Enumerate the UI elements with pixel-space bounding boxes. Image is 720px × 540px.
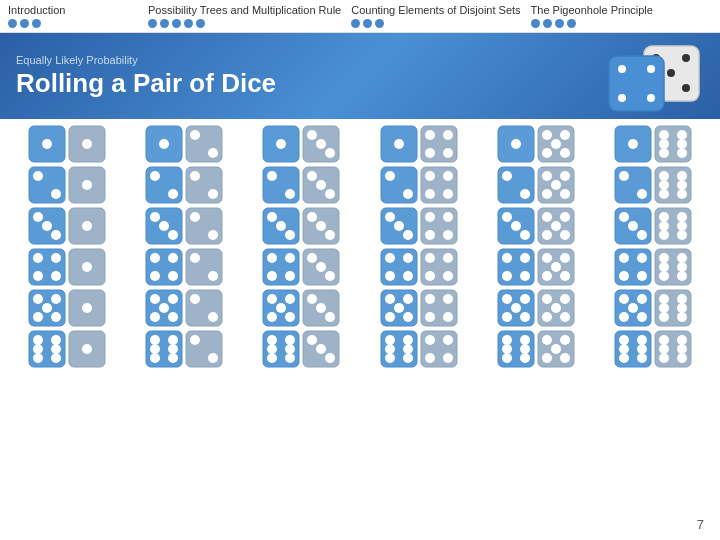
svg-point-102 [150,212,160,222]
svg-point-140 [659,212,669,222]
svg-point-10 [647,94,655,102]
svg-point-277 [168,335,178,345]
svg-point-305 [443,335,453,345]
svg-point-314 [520,353,530,363]
svg-point-246 [520,312,530,322]
svg-point-278 [150,344,160,354]
dice-cell-4-3 [244,248,358,286]
svg-point-310 [520,335,530,345]
svg-point-80 [542,171,552,181]
svg-point-67 [325,189,335,199]
svg-point-83 [542,189,552,199]
svg-rect-85 [615,167,651,203]
svg-point-183 [502,271,512,281]
header-text: Equally Likely Probability Rolling a Pai… [16,54,276,99]
dice-cell-2-5 [479,166,593,204]
dot-2 [20,19,29,28]
svg-point-205 [51,294,61,304]
svg-point-127 [511,221,521,231]
svg-point-57 [168,189,178,199]
svg-point-324 [619,344,629,354]
svg-point-267 [33,335,43,345]
svg-point-60 [208,189,218,199]
svg-point-258 [637,312,647,322]
svg-point-47 [677,139,687,149]
svg-point-281 [168,353,178,363]
svg-point-331 [659,344,669,354]
svg-point-107 [208,230,218,240]
svg-point-104 [168,230,178,240]
svg-point-69 [385,171,395,181]
svg-point-36 [542,130,552,140]
svg-rect-58 [186,167,222,203]
svg-point-313 [502,353,512,363]
svg-point-189 [542,271,552,281]
svg-point-87 [637,189,647,199]
svg-point-49 [677,148,687,158]
svg-point-214 [159,303,169,313]
nav-section-possibility[interactable]: Possibility Trees and Multiplication Rul… [148,4,351,28]
svg-point-215 [150,312,160,322]
svg-point-86 [619,171,629,181]
svg-point-100 [82,221,92,231]
svg-point-269 [33,344,43,354]
svg-point-75 [443,189,453,199]
dice-cell-6-2 [127,330,241,368]
svg-point-46 [659,139,669,149]
nav-section-introduction[interactable]: Introduction [8,4,148,28]
svg-point-163 [285,253,295,263]
svg-point-208 [51,312,61,322]
svg-point-202 [677,271,687,281]
dice-cell-4-4 [361,248,475,286]
nav-section-title-2: Possibility Trees and Multiplication Rul… [148,4,341,16]
svg-point-293 [307,335,317,345]
svg-point-150 [51,271,61,281]
svg-point-21 [276,139,286,149]
svg-point-334 [677,353,687,363]
svg-point-77 [502,171,512,181]
svg-point-155 [168,253,178,263]
dice-cell-4-5 [479,248,593,286]
svg-point-78 [520,189,530,199]
header-bar: Equally Likely Probability Rolling a Pai… [0,33,720,119]
svg-point-329 [659,335,669,345]
nav-section-pigeonhole[interactable]: The Pigeonhole Principle [531,4,671,28]
svg-point-207 [33,312,43,322]
svg-rect-303 [421,331,457,367]
svg-point-309 [502,335,512,345]
dice-cell-5-3 [244,289,358,327]
svg-point-59 [190,171,200,181]
svg-point-110 [276,221,286,231]
svg-point-82 [551,180,561,190]
svg-point-89 [659,171,669,181]
svg-point-204 [33,294,43,304]
svg-rect-146 [29,249,65,285]
svg-point-40 [560,148,570,158]
svg-point-103 [159,221,169,231]
svg-point-323 [637,335,647,345]
dice-cell-4-2 [127,248,241,286]
dice-cell-1-2 [127,125,241,163]
svg-point-251 [542,312,552,322]
svg-point-119 [403,230,413,240]
dice-cell-2-1 [10,166,124,204]
svg-point-210 [82,303,92,313]
svg-point-138 [637,230,647,240]
svg-point-311 [502,344,512,354]
svg-point-145 [677,230,687,240]
svg-point-115 [325,230,335,240]
header-title: Rolling a Pair of Dice [16,68,276,99]
svg-point-84 [560,189,570,199]
svg-point-74 [425,189,435,199]
svg-point-289 [285,344,295,354]
dot-ph1 [531,19,540,28]
svg-point-12 [42,139,52,149]
nav-dots-pigeonhole [531,19,576,28]
svg-point-181 [502,253,512,263]
dot-3 [32,19,41,28]
svg-point-90 [677,171,687,181]
svg-point-165 [285,271,295,281]
svg-point-54 [82,180,92,190]
svg-point-159 [190,253,200,263]
nav-section-counting[interactable]: Counting Elements of Disjoint Sets [351,4,530,28]
